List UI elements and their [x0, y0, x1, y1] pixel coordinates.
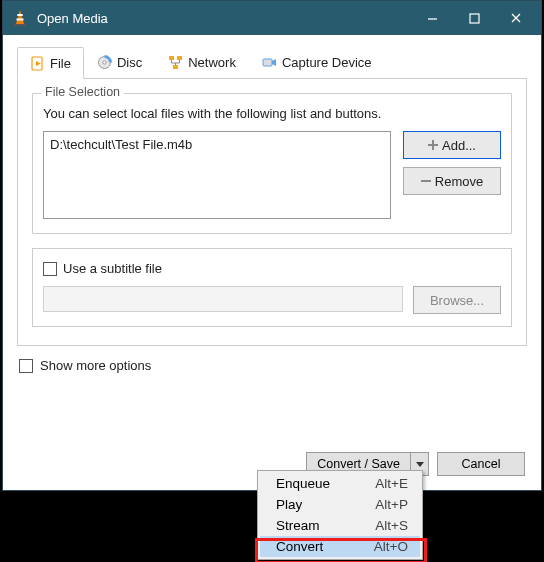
add-button-label: Add...	[442, 138, 476, 153]
file-selection-group: File Selection You can select local file…	[32, 93, 512, 234]
tab-disc-label: Disc	[117, 55, 142, 70]
file-list[interactable]: D:\techcult\Test File.m4b	[43, 131, 391, 219]
browse-button: Browse...	[413, 286, 501, 314]
svg-marker-15	[272, 59, 276, 66]
tab-disc[interactable]: Disc	[84, 47, 155, 78]
dropdown-item-stream[interactable]: Stream Alt+S	[260, 515, 420, 536]
svg-rect-13	[173, 65, 178, 69]
svg-rect-0	[17, 14, 22, 16]
cancel-button-label: Cancel	[462, 457, 501, 471]
subtitle-checkbox-row[interactable]: Use a subtitle file	[43, 261, 501, 276]
vlc-icon	[11, 9, 29, 27]
tab-capture-label: Capture Device	[282, 55, 372, 70]
tab-network[interactable]: Network	[155, 47, 249, 78]
dropdown-item-enqueue[interactable]: Enqueue Alt+E	[260, 473, 420, 494]
open-media-window: Open Media File Disc Network Capture Dev…	[2, 0, 542, 491]
file-icon	[30, 56, 45, 71]
minimize-button[interactable]	[411, 1, 453, 35]
dropdown-shortcut: Alt+O	[374, 539, 408, 554]
browse-button-label: Browse...	[430, 293, 484, 308]
svg-rect-14	[263, 59, 272, 66]
titlebar: Open Media	[3, 1, 541, 35]
plus-icon	[428, 140, 438, 150]
tab-panel-file: File Selection You can select local file…	[17, 79, 527, 346]
svg-rect-1	[17, 19, 24, 21]
show-more-options-row[interactable]: Show more options	[19, 358, 527, 373]
tab-bar: File Disc Network Capture Device	[17, 47, 527, 79]
list-item[interactable]: D:\techcult\Test File.m4b	[50, 136, 384, 153]
dropdown-shortcut: Alt+E	[375, 476, 408, 491]
svg-rect-12	[177, 56, 182, 60]
cancel-button[interactable]: Cancel	[437, 452, 525, 476]
capture-icon	[262, 55, 277, 70]
tab-network-label: Network	[188, 55, 236, 70]
add-button[interactable]: Add...	[403, 131, 501, 159]
subtitle-checkbox[interactable]	[43, 262, 57, 276]
convert-save-label: Convert / Save	[317, 457, 400, 471]
tab-file[interactable]: File	[17, 47, 84, 79]
dropdown-shortcut: Alt+S	[375, 518, 408, 533]
dropdown-label: Convert	[276, 539, 323, 554]
remove-button-label: Remove	[435, 174, 483, 189]
content-area: File Disc Network Capture Device File Se…	[3, 35, 541, 381]
subtitle-group: Use a subtitle file Browse...	[32, 248, 512, 327]
svg-marker-16	[416, 462, 424, 467]
window-title: Open Media	[37, 11, 411, 26]
svg-rect-11	[169, 56, 174, 60]
maximize-button[interactable]	[453, 1, 495, 35]
convert-save-dropdown-menu: Enqueue Alt+E Play Alt+P Stream Alt+S Co…	[257, 470, 423, 560]
subtitle-checkbox-label: Use a subtitle file	[63, 261, 162, 276]
file-selection-hint: You can select local files with the foll…	[43, 106, 501, 121]
chevron-down-icon	[416, 462, 424, 467]
svg-rect-2	[14, 24, 26, 26]
file-selection-legend: File Selection	[41, 85, 124, 99]
dropdown-label: Play	[276, 497, 302, 512]
subtitle-path-input	[43, 286, 403, 312]
dropdown-label: Enqueue	[276, 476, 330, 491]
minus-icon	[421, 180, 431, 182]
show-more-options-checkbox[interactable]	[19, 359, 33, 373]
show-more-options-label: Show more options	[40, 358, 151, 373]
network-icon	[168, 55, 183, 70]
tab-file-label: File	[50, 56, 71, 71]
dropdown-item-convert[interactable]: Convert Alt+O	[260, 536, 420, 557]
dropdown-shortcut: Alt+P	[375, 497, 408, 512]
svg-rect-4	[470, 14, 479, 23]
close-button[interactable]	[495, 1, 537, 35]
tab-capture[interactable]: Capture Device	[249, 47, 385, 78]
dropdown-label: Stream	[276, 518, 320, 533]
dropdown-item-play[interactable]: Play Alt+P	[260, 494, 420, 515]
remove-button[interactable]: Remove	[403, 167, 501, 195]
svg-point-10	[103, 61, 106, 64]
disc-icon	[97, 55, 112, 70]
